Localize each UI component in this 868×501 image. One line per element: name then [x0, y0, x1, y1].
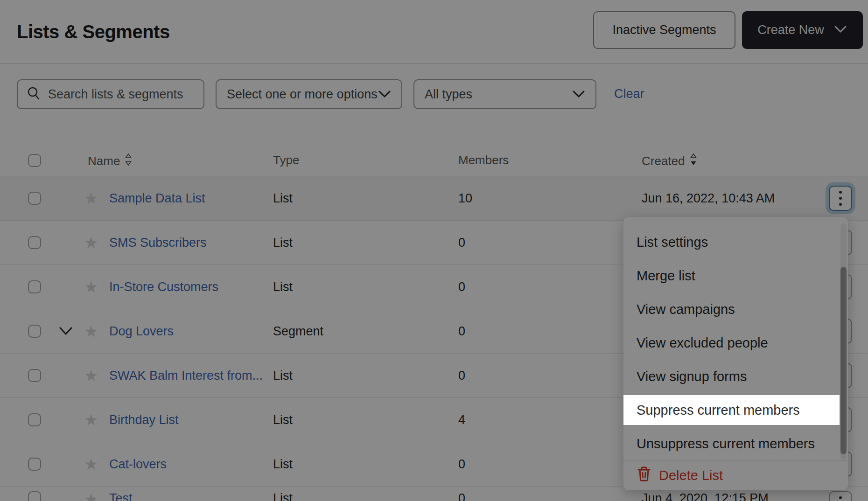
spotlight-dim-overlay [0, 0, 868, 501]
menu-item-highlighted[interactable]: Suppress current members [623, 395, 840, 425]
